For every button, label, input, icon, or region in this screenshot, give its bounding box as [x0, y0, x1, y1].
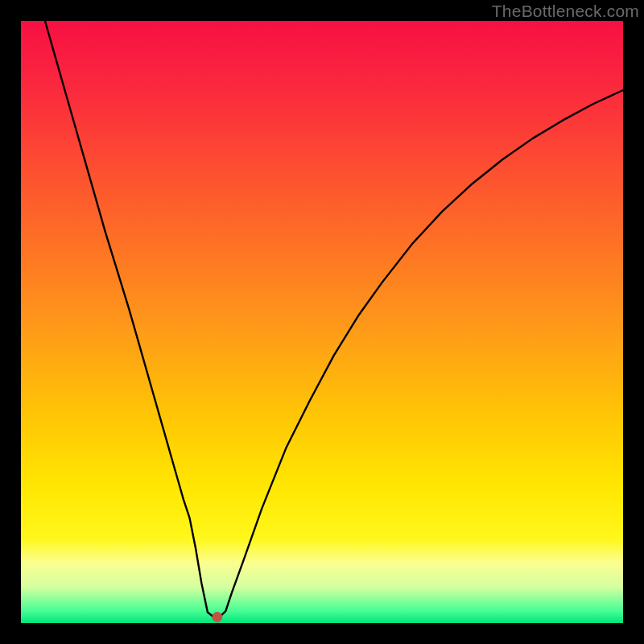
bottleneck-curve — [45, 21, 623, 617]
plot-area — [21, 21, 623, 623]
watermark-text: TheBottleneck.com — [492, 2, 639, 21]
chart-svg — [21, 21, 623, 623]
chart-frame: TheBottleneck.com — [0, 0, 644, 644]
optimal-point-marker — [213, 613, 222, 622]
